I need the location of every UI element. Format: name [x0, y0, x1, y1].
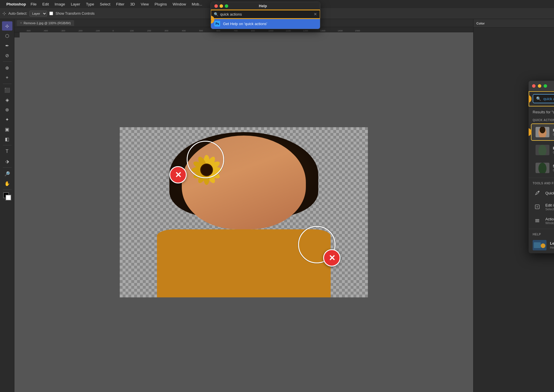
quick-mask-title: Edit in Quick Mask Mode	[545, 203, 554, 207]
move-icon: ⊹	[2, 11, 6, 16]
remove-bg-info: Remove background Quick action	[553, 128, 554, 136]
shape-tool-btn[interactable]: ⬗	[2, 157, 12, 166]
discover-minimize-btn[interactable]	[538, 84, 541, 88]
select-bg-title: Select background	[553, 164, 554, 168]
blur-bg-title: Blur background	[553, 146, 554, 150]
menu-more[interactable]: Mob...	[190, 1, 205, 7]
crop-tool-btn[interactable]: ⊕	[2, 63, 12, 72]
ruler-tick: 1400	[338, 29, 355, 32]
help-result-text: Get Help on 'quick actions'	[223, 22, 267, 26]
quick-mask-icon	[533, 202, 542, 211]
quick-select-tool-btn[interactable]: ⊘	[2, 51, 12, 60]
discover-maximize-btn[interactable]	[544, 84, 547, 88]
svg-rect-27	[534, 242, 541, 248]
remove-bg-subtitle: Quick action	[553, 133, 554, 136]
discover-help-subtitle: Help	[550, 246, 554, 249]
help-panel-minimize[interactable]	[220, 4, 223, 8]
quick-selection-title: Quick Selection Tool	[545, 191, 554, 195]
remove-bg-card[interactable]: Remove background Quick action ⓘ	[531, 123, 554, 141]
blur-bg-card[interactable]: Blur background Quick action ⓘ	[531, 141, 554, 159]
menu-image[interactable]: Image	[52, 1, 67, 7]
discover-panel: Discover 2 🔍 ✕ Results for "quick action…	[529, 81, 554, 253]
history-tool-btn[interactable]: ✦	[2, 115, 12, 124]
toolbar-separator	[3, 61, 12, 62]
discover-wrapper: Discover 2 🔍 ✕ Results for "quick action…	[263, 40, 376, 213]
menu-window[interactable]: Window	[170, 1, 188, 7]
section-divider-1	[529, 178, 554, 178]
help-label: HELP	[533, 233, 541, 236]
toolbar-separator-5	[3, 190, 12, 190]
menu-edit[interactable]: Edit	[40, 1, 51, 7]
help-panel-maximize[interactable]	[225, 4, 228, 8]
help-search-clear-icon[interactable]: ✕	[314, 12, 317, 16]
toolbar-separator-2	[3, 84, 12, 84]
marquee-tool-btn[interactable]: ⬡	[2, 31, 12, 40]
help-panel-close[interactable]	[214, 4, 218, 8]
canvas-tab-close[interactable]: ×	[20, 21, 22, 25]
discover-close-btn[interactable]	[532, 84, 536, 88]
menu-view[interactable]: View	[138, 1, 151, 7]
quick-mask-tool-item[interactable]: Edit in Quick Mask Mode Select	[529, 200, 554, 214]
heal-tool-btn[interactable]: ⬛	[2, 85, 12, 95]
actions-tool-item[interactable]: Actions Window F9	[529, 214, 554, 228]
canvas-image-area[interactable]: ✕ ✕	[14, 32, 473, 392]
svg-rect-23	[535, 219, 539, 220]
ruler-tick: 600	[216, 29, 234, 32]
menu-plugins[interactable]: Plugins	[152, 1, 169, 7]
zoom-tool-btn[interactable]: 🔎	[2, 169, 12, 178]
text-tool-btn[interactable]: T	[2, 147, 12, 156]
help-panel-title: Help	[211, 2, 320, 10]
background-color[interactable]	[5, 195, 11, 200]
ruler-tick: -400	[43, 29, 61, 32]
transform-label: Show Transform Controls	[55, 12, 94, 16]
quick-selection-tool-item[interactable]: Quick Selection Tool W	[529, 186, 554, 200]
menu-3d[interactable]: 3D	[128, 1, 137, 7]
menu-layer[interactable]: Layer	[68, 1, 83, 7]
menu-type[interactable]: Type	[84, 1, 96, 7]
ruler-tick: -300	[61, 29, 78, 32]
select-bg-thumbnail	[536, 163, 549, 173]
layer-select[interactable]: Layer Group	[29, 11, 47, 16]
color-swatch[interactable]	[3, 192, 11, 200]
discover-search-icon: 🔍	[536, 96, 541, 101]
eraser-tool-btn[interactable]: ▣	[2, 125, 12, 134]
color-panel	[473, 28, 554, 85]
toolbar-separator-3	[3, 145, 12, 145]
quick-selection-icon	[533, 188, 542, 198]
canvas-with-rulers: ✕ ✕	[14, 32, 473, 392]
step-badge-3: 3	[529, 128, 531, 136]
discover-search-input[interactable]	[543, 97, 554, 101]
step-badge-2: 2	[529, 95, 531, 103]
select-bg-card[interactable]: Select background Quick action ⓘ	[531, 159, 554, 177]
color-panel-header: Color	[473, 19, 554, 28]
ruler-tick: 1100	[286, 29, 303, 32]
svg-rect-25	[535, 222, 539, 222]
brush-tool-btn[interactable]: ◈	[2, 95, 12, 104]
menu-file[interactable]: File	[28, 1, 39, 7]
canvas-tab-title: Remove-1.jpg @ 100% (RGB/8#)	[24, 21, 71, 25]
hand-tool-btn[interactable]: ✋	[2, 179, 12, 188]
x-mark-1: ✕	[169, 166, 187, 183]
circle-selection-1	[187, 141, 224, 178]
help-result-item[interactable]: Ps Get Help on 'quick actions'	[211, 18, 320, 29]
ruler-tick: -100	[95, 29, 113, 32]
lasso-tool-btn[interactable]: ✒	[2, 41, 12, 50]
auto-select-label: Auto-Select:	[8, 12, 27, 16]
ruler-tick: 100	[130, 29, 147, 32]
app-name: Photoshop	[6, 2, 26, 6]
menu-select[interactable]: Select	[98, 1, 113, 7]
toolbar-separator-4	[3, 167, 12, 168]
eyedropper-tool-btn[interactable]: ⌖	[2, 73, 12, 82]
transform-checkbox[interactable]	[49, 12, 53, 15]
help-section-header: HELP View all (40)	[529, 230, 554, 237]
help-search-input[interactable]	[220, 12, 312, 16]
gradient-tool-btn[interactable]: ◧	[2, 134, 12, 144]
menu-filter[interactable]: Filter	[114, 1, 127, 7]
clone-tool-btn[interactable]: ⊗	[2, 105, 12, 114]
remove-bg-wrapper: 3 Remove background Quick action ⓘ	[529, 123, 554, 141]
canvas-tab[interactable]: × Remove-1.jpg @ 100% (RGB/8#)	[17, 20, 74, 26]
tools-section-header: TOOLS AND FEATURES View all (4)	[529, 179, 554, 186]
move-tool-btn[interactable]: ⊹	[2, 21, 12, 31]
discover-help-card[interactable]: Learn faster with the Photoshop Discover…	[529, 237, 554, 253]
ruler-tick: 1200	[303, 29, 320, 32]
